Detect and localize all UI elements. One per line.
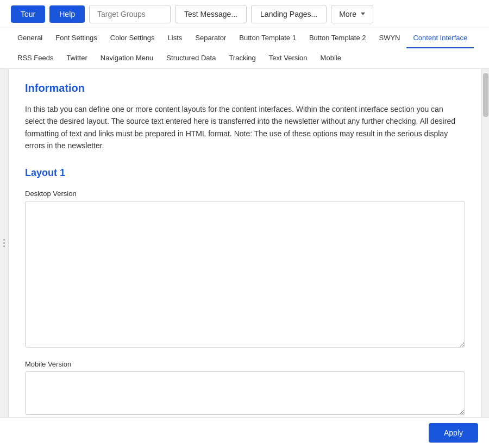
scrollbar-thumb[interactable]	[483, 73, 488, 117]
resize-dot	[3, 245, 5, 247]
tab-button-template-1[interactable]: Button Template 1	[233, 28, 303, 48]
tab-mobile[interactable]: Mobile	[314, 48, 348, 68]
content-panel: Information In this tab you can define o…	[9, 69, 481, 417]
tab-color-settings[interactable]: Color Settings	[104, 28, 161, 48]
mobile-version-textarea[interactable]	[25, 371, 465, 415]
tab-structured-data[interactable]: Structured Data	[160, 48, 222, 68]
tab-twitter[interactable]: Twitter	[60, 48, 93, 68]
help-button[interactable]: Help	[49, 5, 85, 23]
tour-button[interactable]: Tour	[11, 5, 45, 23]
tab-button-template-2[interactable]: Button Template 2	[303, 28, 373, 48]
desktop-version-textarea[interactable]	[25, 201, 465, 348]
more-button[interactable]: More	[331, 5, 373, 23]
tabs-row-1: General Font Settings Color Settings Lis…	[0, 28, 489, 49]
tab-swyn[interactable]: SWYN	[372, 28, 406, 48]
chevron-down-icon	[361, 12, 365, 15]
tab-text-version[interactable]: Text Version	[262, 48, 314, 68]
resize-dot	[3, 239, 5, 241]
layout-title: Layout 1	[25, 167, 465, 179]
scrollbar-track[interactable]	[481, 69, 489, 417]
resize-dots	[3, 239, 5, 247]
tab-font-settings[interactable]: Font Settings	[49, 28, 104, 48]
more-label: More	[339, 10, 356, 18]
test-message-button[interactable]: Test Message...	[175, 5, 247, 23]
mobile-version-label: Mobile Version	[25, 360, 465, 368]
tab-content-interface[interactable]: Content Interface	[406, 28, 474, 48]
tab-tracking[interactable]: Tracking	[222, 48, 262, 68]
resize-handle[interactable]	[0, 69, 9, 417]
information-title: Information	[25, 82, 465, 94]
resize-dot	[3, 242, 5, 244]
tab-general[interactable]: General	[11, 28, 49, 48]
landing-pages-button[interactable]: Landing Pages...	[251, 5, 327, 23]
tab-separator[interactable]: Separator	[189, 28, 233, 48]
desktop-version-label: Desktop Version	[25, 190, 465, 198]
information-text: In this tab you can define one or more c…	[25, 103, 465, 152]
apply-button[interactable]: Apply	[429, 423, 478, 443]
tab-navigation-menu[interactable]: Navigation Menu	[94, 48, 160, 68]
tab-lists[interactable]: Lists	[161, 28, 189, 48]
target-groups-input[interactable]	[89, 5, 171, 23]
tab-rss-feeds[interactable]: RSS Feeds	[11, 48, 60, 68]
toolbar: Tour Help Test Message... Landing Pages.…	[0, 0, 489, 28]
tabs-row-2: RSS Feeds Twitter Navigation Menu Struct…	[0, 48, 489, 69]
bottom-bar: Apply	[0, 417, 489, 448]
main-content: Information In this tab you can define o…	[0, 69, 489, 417]
